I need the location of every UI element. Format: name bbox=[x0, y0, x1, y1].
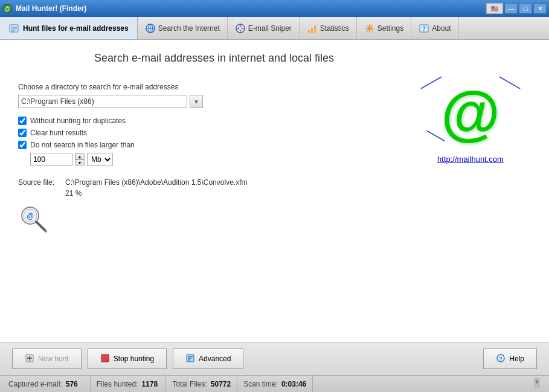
checkbox-row-clear: Clear hunt results bbox=[18, 129, 410, 137]
stop-hunting-button[interactable]: Stop hunting bbox=[88, 349, 167, 369]
scroll-indicator bbox=[533, 377, 541, 389]
checkbox-row-duplicates: Without hunting for duplicates bbox=[18, 117, 410, 125]
title-bar-left: @ Mail Hunter! (Finder) bbox=[2, 4, 86, 13]
svg-text:?: ? bbox=[422, 25, 426, 32]
size-up-button[interactable]: ▲ bbox=[75, 153, 85, 159]
tab-statistics-label: Statistics bbox=[320, 24, 349, 33]
files-hunted-label: Files hunted: bbox=[97, 380, 138, 388]
scan-time-value: 0:03:46 bbox=[281, 380, 306, 388]
svg-rect-28 bbox=[101, 355, 109, 362]
files-hunted-value: 1178 bbox=[141, 380, 159, 388]
stop-hunting-label: Stop hunting bbox=[114, 355, 154, 363]
help-button[interactable]: ? Help bbox=[483, 349, 537, 369]
tab-hunt-files-label: Hunt files for e-mail addresses bbox=[23, 24, 129, 33]
captured-email-item: Captured e-mail: 576 bbox=[6, 376, 91, 392]
tab-settings-label: Settings bbox=[377, 24, 403, 33]
svg-point-17 bbox=[368, 27, 371, 30]
tab-search-internet-label: Search the Internet bbox=[158, 24, 220, 33]
new-hunt-icon bbox=[25, 353, 34, 365]
svg-text:?: ? bbox=[499, 356, 503, 362]
unit-select[interactable]: Kb Mb Gb bbox=[87, 153, 113, 166]
advanced-button[interactable]: Advanced bbox=[173, 349, 243, 369]
main-content: Search e-mail addresses in internet and … bbox=[0, 40, 549, 375]
statistics-icon bbox=[307, 23, 318, 34]
source-file-value: C:\Program Files (x86)\Adobe\Audition 1.… bbox=[65, 178, 247, 187]
checkbox-row-size: Do not search in files larger than bbox=[18, 141, 410, 149]
dash-line-tr bbox=[499, 76, 521, 89]
checkbox-clear-results[interactable] bbox=[18, 129, 27, 137]
search-internet-icon bbox=[145, 23, 156, 34]
page-title: Search e-mail addresses in internet and … bbox=[18, 52, 410, 65]
status-bar-end bbox=[533, 377, 543, 391]
svg-rect-15 bbox=[311, 28, 313, 33]
checkbox-clear-label: Clear hunt results bbox=[30, 129, 87, 137]
help-label: Help bbox=[509, 355, 524, 363]
tab-about-label: About bbox=[432, 24, 451, 33]
stop-hunting-icon bbox=[100, 353, 110, 365]
size-down-button[interactable]: ▼ bbox=[75, 159, 85, 165]
captured-email-value: 576 bbox=[66, 380, 84, 388]
new-hunt-button[interactable]: New hunt bbox=[12, 349, 82, 369]
window-title: Mail Hunter! (Finder) bbox=[16, 4, 86, 13]
scan-time-label: Scan time: bbox=[243, 380, 278, 388]
size-spinner: ▲ ▼ bbox=[75, 153, 85, 165]
hunt-files-icon bbox=[8, 23, 19, 34]
tab-settings[interactable]: Settings bbox=[357, 17, 411, 39]
advanced-icon bbox=[185, 353, 195, 365]
tab-email-sniper[interactable]: E-mail Sniper bbox=[228, 17, 300, 39]
help-icon: ? bbox=[496, 353, 506, 365]
checkbox-duplicates-label: Without hunting for duplicates bbox=[30, 117, 126, 125]
advanced-label: Advanced bbox=[199, 355, 231, 363]
flag-button[interactable]: 🇺🇸 bbox=[486, 3, 503, 14]
checkbox-no-duplicates[interactable] bbox=[18, 117, 27, 125]
app-icon: @ bbox=[2, 4, 12, 13]
directory-input[interactable] bbox=[18, 95, 187, 108]
restore-button[interactable]: □ bbox=[519, 3, 532, 14]
tab-email-sniper-label: E-mail Sniper bbox=[248, 24, 292, 33]
svg-rect-14 bbox=[308, 30, 310, 33]
svg-line-23 bbox=[36, 222, 45, 230]
percent-row: 21 % bbox=[18, 189, 410, 198]
content-area: Search e-mail addresses in internet and … bbox=[0, 40, 549, 342]
progress-icon: @ bbox=[18, 204, 50, 235]
size-input[interactable] bbox=[30, 153, 72, 166]
size-row: ▲ ▼ Kb Mb Gb bbox=[30, 153, 410, 166]
browse-button[interactable]: ▼ bbox=[190, 95, 203, 108]
files-hunted-item: Files hunted: 1178 bbox=[91, 376, 167, 392]
title-bar-controls: 🇺🇸 — □ ✕ bbox=[486, 3, 547, 14]
source-file-label: Source file: bbox=[18, 178, 60, 187]
svg-rect-36 bbox=[536, 380, 538, 384]
new-hunt-label: New hunt bbox=[38, 355, 69, 363]
scan-time-item: Scan time: 0:03:46 bbox=[237, 376, 313, 392]
status-bar: Captured e-mail: 576 Files hunted: 1178 … bbox=[0, 375, 549, 392]
settings-icon bbox=[364, 23, 375, 34]
at-symbol: @ bbox=[441, 82, 500, 143]
email-sniper-icon bbox=[235, 23, 246, 34]
checkbox-max-size[interactable] bbox=[18, 141, 27, 149]
total-files-value: 50772 bbox=[211, 380, 231, 388]
about-icon: ? bbox=[419, 23, 429, 34]
tab-search-internet[interactable]: Search the Internet bbox=[138, 17, 228, 39]
svg-text:@: @ bbox=[27, 212, 34, 220]
tab-hunt-files[interactable]: Hunt files for e-mail addresses bbox=[0, 17, 138, 39]
left-panel: Search e-mail addresses in internet and … bbox=[18, 52, 410, 330]
tab-about[interactable]: ? About bbox=[411, 17, 458, 39]
button-bar: New hunt Stop hunting Advanced bbox=[0, 342, 549, 375]
total-files-item: Total Files: 50772 bbox=[166, 376, 237, 392]
percent-value: 21 % bbox=[65, 189, 82, 198]
source-file-row: Source file: C:\Program Files (x86)\Adob… bbox=[18, 178, 410, 187]
close-button[interactable]: ✕ bbox=[533, 3, 547, 14]
svg-rect-16 bbox=[314, 25, 316, 33]
total-files-label: Total Files: bbox=[172, 380, 207, 388]
checkbox-size-label: Do not search in files larger than bbox=[30, 141, 135, 149]
directory-label: Choose a directory to search for e-mail … bbox=[18, 83, 410, 91]
status-section: Source file: C:\Program Files (x86)\Adob… bbox=[18, 178, 410, 235]
minimize-button[interactable]: — bbox=[504, 3, 518, 14]
directory-input-row: ▼ bbox=[18, 95, 410, 108]
at-logo-container: @ bbox=[422, 64, 519, 161]
toolbar: Hunt files for e-mail addresses Search t… bbox=[0, 17, 549, 40]
captured-email-label: Captured e-mail: bbox=[8, 380, 62, 388]
title-bar: @ Mail Hunter! (Finder) 🇺🇸 — □ ✕ bbox=[0, 0, 549, 17]
tab-statistics[interactable]: Statistics bbox=[300, 17, 357, 39]
dash-line-tl bbox=[420, 76, 442, 89]
